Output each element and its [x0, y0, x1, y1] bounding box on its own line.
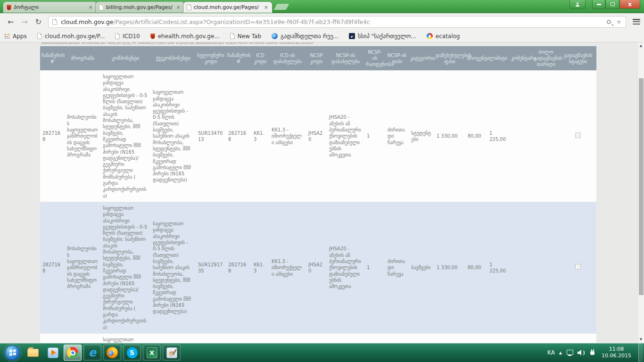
send-status-checkbox[interactable]: [575, 264, 581, 270]
table-cell: საყოველთაო ჯანდაცვა (N36 დადგენილება): [150, 333, 196, 343]
tab-billing[interactable]: billing.moh.gov.ge/Pages/ ×: [95, 1, 185, 13]
bookmark-label: ecatalog: [436, 33, 460, 40]
window-controls: x: [570, 0, 640, 9]
tab-portal[interactable]: პორტალი ×: [3, 1, 97, 13]
taskbar-explorer-button[interactable]: [24, 345, 42, 361]
taskbar-skype-button[interactable]: S: [123, 345, 141, 361]
table-cell: JHSA20 - ანუსის ან პერიანალური ქსოვილები…: [327, 71, 364, 202]
page-favicon: [187, 4, 191, 10]
table-row: 2827168მოსახლეობის საყოველთაო ჯანმრთელობ…: [40, 71, 596, 202]
bookmark-newtab[interactable]: New Tab: [230, 33, 261, 40]
table-cell: K61.3: [251, 71, 269, 202]
table-cell: [510, 202, 532, 333]
table-cell: ძირითადი ჩარევა: [385, 202, 409, 333]
table-cell: [510, 71, 532, 202]
skype-icon: S: [127, 347, 138, 358]
table-cell: [510, 333, 532, 343]
zoom-indicator-icon[interactable]: [607, 20, 611, 24]
table-cell: მოსახლეობის საყოველთაო ჯანმრთელობის დაცვ…: [65, 71, 100, 202]
profile-button[interactable]: [570, 0, 586, 9]
bookmark-apps[interactable]: Apps: [5, 33, 27, 40]
power-plug-icon[interactable]: [589, 349, 595, 356]
scroll-down-arrow-icon[interactable]: ▼: [638, 336, 644, 343]
scrollbar-thumb[interactable]: [639, 78, 644, 295]
media-player-icon: [48, 347, 58, 358]
column-header: NCSP-ის რაოდენობა: [364, 46, 385, 71]
page-icon: [230, 33, 235, 39]
column-header: კომპონენტი: [100, 46, 150, 71]
taskbar-firefox-button[interactable]: [103, 345, 121, 361]
minimize-icon: [597, 4, 601, 5]
table-cell: 1 225,00: [487, 202, 510, 333]
column-header: ჩანაწერის #: [40, 46, 65, 71]
tab-title: cloud.moh.gov.ge/Pages/: [194, 4, 261, 10]
tab-close-icon[interactable]: ×: [88, 5, 93, 10]
send-status-checkbox[interactable]: [575, 132, 581, 138]
table-cell: JHSA20: [306, 71, 327, 202]
taskbar-excel-button[interactable]: X: [143, 345, 161, 361]
table-cell: K61.3 - იშიორექტული აბსცესი: [269, 333, 306, 343]
table-body: 2827168მოსახლეობის საყოველთაო ჯანმრთელობ…: [40, 71, 596, 343]
tab-close-icon[interactable]: ×: [176, 5, 181, 10]
maximize-button[interactable]: [605, 0, 619, 9]
tab-title: პორტალი: [14, 4, 86, 10]
clock-date: 10.06.2015: [602, 353, 631, 359]
column-header: პროგრამა: [65, 46, 100, 71]
bookmark-label: სსიპ "საქართველო...: [358, 33, 416, 40]
tab-cloud-active[interactable]: cloud.moh.gov.ge/Pages/ ×: [183, 1, 272, 13]
close-button[interactable]: x: [619, 0, 640, 9]
table-cell: 2827168: [226, 202, 251, 333]
network-icon[interactable]: [566, 350, 573, 356]
start-button[interactable]: [5, 345, 20, 361]
page-scrollbar[interactable]: ▲ ▼: [637, 42, 644, 343]
table-cell: ძირითადი ჩარევა: [385, 333, 409, 343]
system-tray: KA ▲ 11:08 10.06.2015: [547, 343, 644, 362]
table-cell: მოსახლეობის საყოველთაო ჯანმრთელობის დაცვ…: [65, 202, 100, 333]
volume-icon[interactable]: [578, 350, 585, 356]
bookmark-cloud[interactable]: cloud.moh.gov.ge/P...: [37, 33, 105, 40]
bookmark-ssip[interactable]: სსიპ "საქართველო...: [349, 33, 416, 40]
bookmark-star-icon[interactable]: ★: [616, 18, 622, 25]
bookmark-label: cloud.moh.gov.ge/P...: [45, 33, 105, 40]
bookmark-icd10[interactable]: ICD10: [115, 33, 140, 40]
forward-button[interactable]: →: [17, 16, 31, 27]
table-cell: 1 330,00: [434, 333, 465, 343]
bookmark-ehealth[interactable]: ehealth.moh.gov.ge...: [150, 33, 220, 40]
chrome-menu-icon[interactable]: [633, 19, 640, 25]
url-text: cloud.moh.gov.ge/Pages/ArtificialCodesLi…: [61, 18, 607, 25]
address-bar[interactable]: cloud.moh.gov.ge/Pages/ArtificialCodesLi…: [48, 16, 626, 28]
clock[interactable]: 11:08 10.06.2015: [602, 346, 631, 359]
column-header: ICD კოდი: [251, 46, 269, 71]
table-cell: მოსახლეობის საყოველთაო ჯანმრთელობის დაცვ…: [65, 333, 100, 343]
taskbar-mediaplayer-button[interactable]: [44, 345, 62, 361]
language-indicator[interactable]: KA: [547, 349, 555, 356]
page-icon: [37, 33, 42, 39]
scroll-up-arrow-icon[interactable]: ▲: [638, 42, 644, 49]
hidden-icons-arrow[interactable]: ▲: [559, 351, 562, 355]
taskbar-ie-button[interactable]: e: [83, 345, 101, 361]
taskbar-paint-button[interactable]: [163, 345, 181, 361]
table-cell: [532, 333, 560, 343]
page-icon[interactable]: [52, 19, 57, 25]
bookmark-ecatalog[interactable]: ecatalog: [427, 33, 460, 40]
bookmark-label: ehealth.moh.gov.ge...: [158, 33, 220, 40]
bookmark-taxpayers[interactable]: გადამხდელთა რეე...: [272, 33, 339, 40]
back-button[interactable]: ←: [4, 16, 17, 27]
table-cell: SUR1291735: [196, 202, 226, 333]
minimize-button[interactable]: [592, 0, 605, 9]
table-cell: 1: [364, 202, 385, 333]
table-cell: 1: [364, 71, 385, 202]
bookmark-label: ICD10: [123, 33, 140, 40]
new-tab-button[interactable]: [274, 4, 289, 10]
ecatalog-icon: [427, 33, 433, 39]
table-cell: 1: [364, 333, 385, 343]
show-desktop-button[interactable]: [638, 343, 643, 362]
reload-button[interactable]: ↻: [32, 16, 45, 27]
table-cell: 1 225,00: [487, 71, 510, 202]
tab-close-icon[interactable]: ×: [264, 5, 269, 10]
column-header: კომენტარი: [510, 46, 532, 71]
apps-grid-icon: [5, 34, 6, 35]
taskbar-chrome-button[interactable]: [64, 345, 82, 361]
cursor-icon: [349, 33, 355, 39]
table-cell: 2827168: [40, 71, 65, 202]
